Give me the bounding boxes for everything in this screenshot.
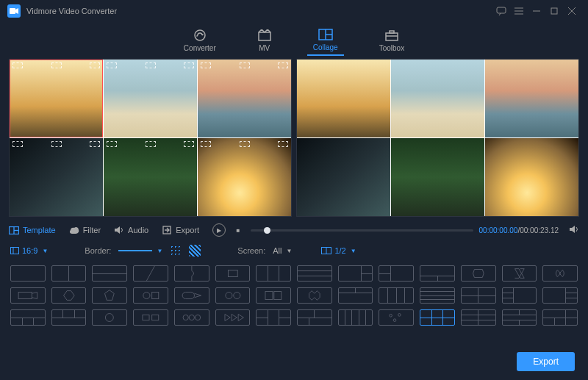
svg-point-41	[183, 315, 188, 320]
template-option[interactable]	[502, 265, 537, 282]
svg-rect-36	[265, 292, 273, 300]
template-option[interactable]	[502, 287, 537, 304]
template-option[interactable]	[420, 309, 455, 326]
template-option[interactable]	[10, 287, 46, 304]
template-option[interactable]	[461, 287, 496, 304]
nav-label: Converter	[184, 44, 216, 52]
template-option[interactable]	[215, 309, 251, 326]
template-option[interactable]	[379, 287, 414, 304]
svg-point-44	[390, 314, 392, 317]
template-option[interactable]	[338, 309, 373, 326]
template-option[interactable]	[51, 309, 87, 326]
template-option[interactable]	[502, 309, 537, 326]
ratio-selector[interactable]: 16:9 ▼	[10, 246, 48, 255]
template-option[interactable]	[215, 287, 251, 304]
svg-rect-10	[259, 32, 270, 40]
svg-rect-40	[152, 315, 159, 320]
feedback-icon[interactable]	[492, 2, 510, 20]
audio-icon	[114, 226, 124, 234]
preview-cell	[391, 138, 484, 216]
nav-collage[interactable]: Collage	[307, 25, 344, 56]
tab-label: Filter	[83, 226, 101, 234]
tab-filter[interactable]: Filter	[69, 226, 101, 234]
svg-point-9	[195, 30, 205, 40]
template-option[interactable]	[174, 309, 209, 326]
ratio-value: 16:9	[22, 246, 37, 255]
mv-icon	[257, 29, 272, 42]
svg-rect-28	[18, 292, 32, 298]
nav-mv[interactable]: MV	[251, 26, 278, 55]
svg-point-46	[394, 319, 397, 322]
template-option[interactable]	[256, 309, 291, 326]
collage-cell[interactable]	[10, 138, 103, 216]
template-option[interactable]	[51, 265, 87, 282]
border-pattern-button[interactable]	[189, 245, 201, 257]
collage-editor[interactable]	[9, 59, 292, 217]
stop-button[interactable]: ■	[232, 223, 245, 237]
preview-cell	[297, 138, 390, 216]
tab-label: Template	[23, 226, 56, 234]
collage-cell[interactable]	[104, 60, 197, 137]
collage-cell[interactable]	[10, 60, 103, 137]
template-option[interactable]	[461, 309, 496, 326]
tab-export[interactable]: Export	[162, 226, 199, 234]
nav-toolbox[interactable]: Toolbox	[373, 26, 410, 55]
template-option[interactable]	[92, 287, 127, 304]
template-option[interactable]	[215, 265, 251, 282]
template-option[interactable]	[174, 265, 209, 282]
template-option[interactable]	[92, 265, 127, 282]
tab-audio[interactable]: Audio	[114, 226, 148, 234]
template-option[interactable]	[256, 287, 291, 304]
collage-cell[interactable]	[198, 60, 291, 137]
tab-template[interactable]: Template	[9, 226, 56, 234]
screen-selector[interactable]: All▼	[273, 246, 292, 255]
minimize-icon[interactable]	[528, 2, 545, 20]
svg-point-35	[233, 292, 240, 298]
volume-icon[interactable]	[569, 225, 579, 235]
close-icon[interactable]	[563, 2, 581, 20]
template-option[interactable]	[461, 265, 496, 282]
svg-point-34	[225, 292, 232, 298]
template-option[interactable]	[174, 287, 209, 304]
template-option[interactable]	[10, 265, 46, 282]
template-option[interactable]	[542, 309, 578, 326]
template-option[interactable]	[379, 265, 414, 282]
template-option[interactable]	[133, 287, 168, 304]
template-option[interactable]	[133, 309, 168, 326]
template-option[interactable]	[92, 309, 127, 326]
chevron-down-icon: ▼	[157, 248, 162, 254]
template-option[interactable]	[297, 287, 332, 304]
template-option[interactable]	[338, 265, 373, 282]
template-option[interactable]	[10, 309, 46, 326]
template-option[interactable]	[297, 309, 332, 326]
split-selector[interactable]: 1/2 ▼	[321, 246, 356, 255]
template-option[interactable]	[542, 287, 578, 304]
app-title: Vidmore Video Converter	[26, 7, 117, 15]
nav-label: Collage	[313, 43, 338, 51]
main-nav: Converter MV Collage Toolbox	[0, 22, 588, 59]
chevron-down-icon: ▼	[42, 248, 48, 254]
nav-converter[interactable]: Converter	[178, 26, 222, 55]
border-style-selector[interactable]: ▼	[118, 248, 162, 254]
seek-bar[interactable]	[251, 229, 473, 232]
template-option[interactable]	[51, 287, 87, 304]
seek-handle[interactable]	[264, 227, 270, 234]
template-option[interactable]	[420, 265, 455, 282]
template-option[interactable]	[256, 265, 291, 282]
collage-cell[interactable]	[198, 138, 291, 216]
template-option[interactable]	[133, 265, 168, 282]
template-option[interactable]	[379, 309, 414, 326]
menu-icon[interactable]	[510, 2, 528, 20]
svg-point-43	[195, 315, 200, 320]
template-option[interactable]	[420, 287, 455, 304]
app-logo	[7, 4, 21, 18]
play-button[interactable]: ▶	[212, 223, 226, 237]
maximize-icon[interactable]	[545, 2, 563, 20]
collage-cell[interactable]	[104, 138, 197, 216]
template-option[interactable]	[338, 287, 373, 304]
border-color-button[interactable]	[170, 245, 182, 257]
preview-cell	[485, 138, 578, 216]
template-option[interactable]	[297, 265, 332, 282]
template-option[interactable]	[542, 265, 578, 282]
export-button[interactable]: Export	[517, 352, 575, 371]
